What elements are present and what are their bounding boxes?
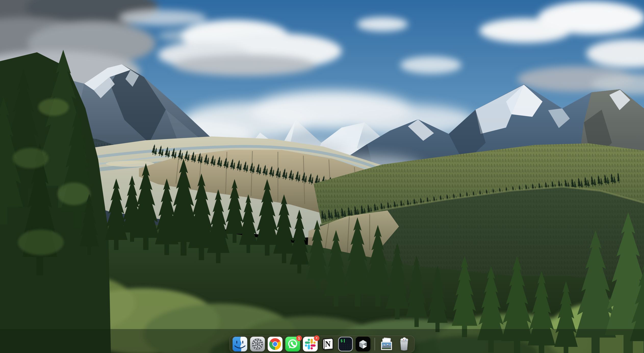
- terminal-cursor: [344, 339, 345, 343]
- dock: 1 • N: [229, 336, 415, 352]
- dock-item-cursor[interactable]: [356, 337, 370, 351]
- dock-item-system-settings[interactable]: [250, 337, 265, 351]
- dock-item-trash[interactable]: [397, 337, 411, 351]
- dock-item-whatsapp[interactable]: 1: [285, 337, 300, 351]
- finder-icon: [233, 337, 247, 351]
- dock-item-notion[interactable]: N: [320, 337, 335, 351]
- gear-icon: [250, 337, 265, 351]
- chrome-icon: [268, 337, 282, 351]
- dock-item-slack[interactable]: •: [303, 337, 318, 351]
- whatsapp-badge: 1: [296, 335, 302, 341]
- notion-letter: N: [325, 340, 331, 348]
- terminal-prompt: $: [340, 339, 343, 343]
- trash-full-icon: [397, 337, 411, 351]
- cursor-cube-icon: [356, 337, 370, 351]
- dock-item-finder[interactable]: [233, 337, 247, 351]
- desktop: 1 • N: [0, 0, 644, 353]
- dock-item-chrome[interactable]: [268, 337, 282, 351]
- dock-separator: [375, 338, 375, 350]
- dock-item-downloads[interactable]: [379, 337, 394, 351]
- downloads-stack-icon: [379, 337, 394, 351]
- slack-badge: •: [314, 335, 319, 341]
- dock-item-terminal[interactable]: $: [338, 337, 353, 351]
- desktop-wallpaper: [0, 0, 644, 353]
